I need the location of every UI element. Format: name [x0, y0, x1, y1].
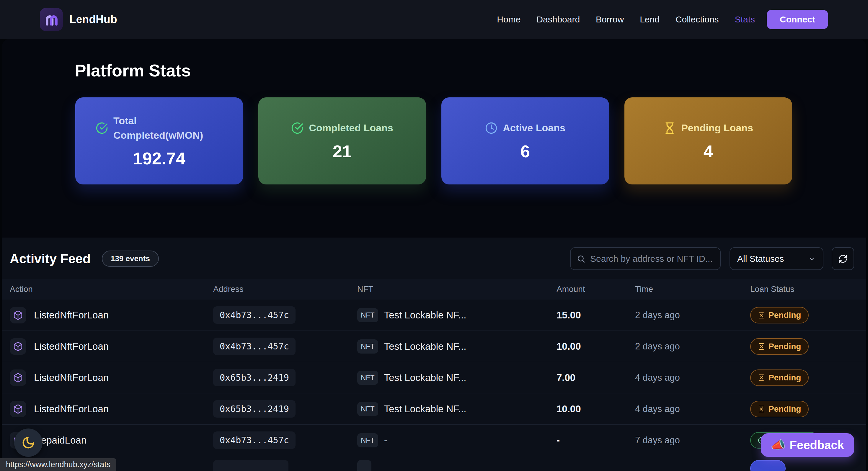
nft-tag: NFT — [357, 433, 378, 447]
navbar: LendHub Home Dashboard Borrow Lend Colle… — [0, 0, 868, 39]
nft-name: - — [384, 435, 388, 446]
dark-mode-toggle[interactable] — [14, 429, 42, 457]
stat-card-total-completed: Total Completed(wMON) 192.74 — [75, 97, 243, 184]
col-header-address: Address — [213, 284, 357, 294]
amount-value: 10.00 — [557, 403, 635, 415]
status-filter-select[interactable]: All Statuses — [730, 247, 824, 270]
feedback-label: Feedback — [789, 439, 844, 452]
nav-item-dashboard[interactable]: Dashboard — [536, 14, 580, 25]
table-row: ListedNftForLoan 0x65b3...2419 NFT Test … — [2, 394, 866, 425]
amount-value: - — [557, 435, 635, 446]
nft-tag: NFT — [357, 402, 378, 416]
page-title: Platform Stats — [75, 61, 866, 80]
activity-search — [570, 247, 721, 270]
brand[interactable]: LendHub — [40, 8, 117, 31]
search-icon — [577, 254, 585, 263]
package-icon — [10, 338, 26, 355]
stat-card-label: Total Completed(wMON) — [113, 114, 223, 143]
activity-feed-title: Activity Feed — [10, 251, 91, 266]
col-header-nft: NFT — [357, 284, 557, 294]
activity-feed-header: Activity Feed 139 events All Statuses — [10, 247, 854, 270]
brand-name: LendHub — [69, 13, 117, 26]
status-badge-pending: Pending — [750, 401, 809, 417]
nft-tag: NFT — [357, 339, 378, 353]
hourglass-icon — [663, 122, 676, 134]
time-value: 4 days ago — [635, 404, 750, 414]
address-chip: 0x65b3...2419 — [213, 369, 296, 386]
check-circle-icon — [96, 122, 108, 134]
hourglass-icon — [758, 374, 765, 381]
refresh-icon — [838, 254, 848, 263]
nav-item-borrow[interactable]: Borrow — [596, 14, 624, 25]
table-row: ListedNftForLoan 0x65b3...2419 NFT Test … — [2, 362, 866, 394]
lendhub-stats-page: LendHub Home Dashboard Borrow Lend Colle… — [0, 0, 868, 471]
package-icon — [10, 370, 26, 386]
nav-item-collections[interactable]: Collections — [676, 14, 719, 25]
amount-value: 15.00 — [557, 310, 635, 321]
time-value: 2 days ago — [635, 310, 750, 320]
amount-value: 7.00 — [557, 372, 635, 383]
col-header-amount: Amount — [557, 284, 635, 294]
status-badge-pending: Pending — [750, 370, 809, 386]
action-label: ListedNftForLoan — [34, 403, 108, 415]
nft-tag: NFT — [357, 308, 378, 322]
stat-card-pending-loans: Pending Loans 4 — [624, 97, 792, 184]
col-header-loan-status: Loan Status — [750, 284, 866, 294]
stat-card-value: 192.74 — [133, 149, 185, 168]
nav-item-lend[interactable]: Lend — [640, 14, 659, 25]
moon-icon — [22, 436, 35, 449]
stats-panel: Platform Stats Total Completed(wMON) 192… — [2, 39, 866, 238]
stats-cards: Total Completed(wMON) 192.74 Completed L… — [75, 97, 866, 184]
action-label: ListedNftForLoan — [34, 341, 108, 352]
hourglass-icon — [758, 343, 765, 350]
nft-name: Test Lockable NF... — [384, 372, 466, 383]
address-chip — [213, 460, 288, 471]
stat-card-value: 6 — [521, 142, 530, 161]
nav-item-home[interactable]: Home — [497, 14, 521, 25]
status-bar-url: https://www.lendhub.xyz/stats — [0, 458, 116, 471]
connect-wallet-button[interactable]: Connect — [767, 10, 828, 29]
activity-feed-section: Activity Feed 139 events All Statuses — [2, 238, 866, 471]
nft-name: Test Lockable NF... — [384, 403, 466, 415]
nft-name: Test Lockable NF... — [384, 310, 466, 321]
check-circle-icon — [291, 122, 304, 134]
action-label: ListedNftForLoan — [34, 372, 108, 383]
table-row: ListedNftForLoan 0x4b73...457c NFT Test … — [2, 300, 866, 331]
amount-value: 10.00 — [557, 341, 635, 352]
stat-card-label: Pending Loans — [681, 121, 753, 135]
megaphone-icon: 📣 — [771, 438, 786, 452]
status-filter-value: All Statuses — [737, 254, 784, 264]
address-chip: 0x65b3...2419 — [213, 400, 296, 417]
refresh-button[interactable] — [832, 247, 854, 270]
table-header-row: Action Address NFT Amount Time Loan Stat… — [2, 279, 866, 300]
stat-card-completed-loans: Completed Loans 21 — [258, 97, 426, 184]
col-header-action: Action — [10, 284, 213, 294]
col-header-time: Time — [635, 284, 750, 294]
stat-card-value: 21 — [333, 142, 352, 161]
time-value: 4 days ago — [635, 372, 750, 383]
nft-name: Test Lockable NF... — [384, 341, 466, 352]
address-chip: 0x4b73...457c — [213, 306, 296, 324]
nav-links: Home Dashboard Borrow Lend Collections S… — [497, 14, 755, 25]
chevron-down-icon — [808, 255, 816, 263]
stat-card-label: Completed Loans — [309, 121, 393, 135]
events-count-badge: 139 events — [102, 251, 159, 267]
hourglass-icon — [758, 312, 765, 319]
nav-item-stats[interactable]: Stats — [735, 14, 755, 25]
search-input[interactable] — [590, 254, 714, 264]
action-label: ListedNftForLoan — [34, 310, 108, 321]
address-chip: 0x4b73...457c — [213, 338, 296, 355]
stat-card-active-loans: Active Loans 6 — [441, 97, 609, 184]
table-row: ListedNftForLoan 0x4b73...457c NFT Test … — [2, 331, 866, 362]
feedback-button[interactable]: 📣 Feedback — [761, 433, 854, 457]
lendhub-logo-icon — [40, 8, 63, 31]
status-badge-active — [750, 460, 786, 471]
table-row-partial — [2, 456, 866, 471]
address-chip: 0x4b73...457c — [213, 432, 296, 449]
time-value: 2 days ago — [635, 341, 750, 352]
nft-tag — [357, 460, 371, 471]
nft-tag: NFT — [357, 371, 378, 385]
table-row: RepaidLoan 0x4b73...457c NFT - - 7 days … — [2, 425, 866, 456]
package-icon — [10, 307, 26, 323]
package-icon — [10, 401, 26, 417]
